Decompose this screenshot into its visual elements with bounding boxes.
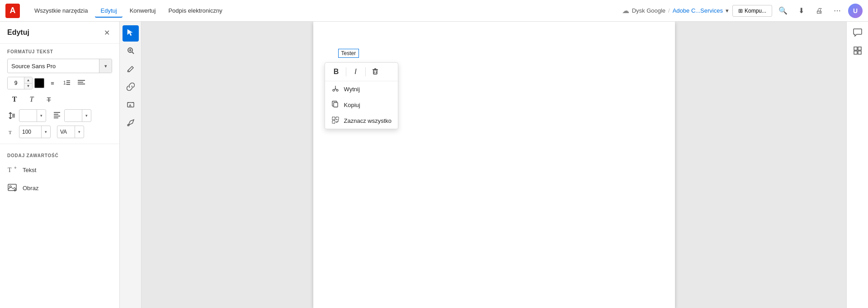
download-icon: ⬇ xyxy=(798,6,804,15)
download-button[interactable]: ⬇ xyxy=(794,4,808,18)
panel-header: Edytuj ✕ xyxy=(0,22,119,44)
print-button[interactable]: 🖨 xyxy=(812,4,826,18)
line-spacing-arrow[interactable]: ▾ xyxy=(37,110,46,121)
cut-item[interactable]: Wytnij xyxy=(325,81,398,97)
paragraph-spacing-arrow[interactable]: ▾ xyxy=(82,110,91,121)
italic-serif-button[interactable]: T xyxy=(24,93,39,106)
svg-rect-47 xyxy=(334,103,338,107)
more-icon: ⋯ xyxy=(834,6,841,15)
computer-button[interactable]: ⊞ Kompu... xyxy=(732,5,772,17)
scissors-icon xyxy=(331,85,340,93)
user-avatar[interactable]: U xyxy=(848,4,863,18)
size-down-arrow[interactable]: ▼ xyxy=(24,84,32,89)
char-spacing-dropdown[interactable]: 100 ▾ xyxy=(19,126,51,138)
topnav: A Wszystkie narzędzia Edytuj Konwertuj P… xyxy=(0,0,868,22)
svg-line-27 xyxy=(132,52,134,54)
numbered-list-icon: 1. xyxy=(63,79,71,88)
ctx-separator-2 xyxy=(365,67,366,76)
breadcrumb-dropdown-icon[interactable]: ▾ xyxy=(726,7,729,14)
svg-text:T: T xyxy=(9,130,12,135)
panel-close-button[interactable]: ✕ xyxy=(101,27,112,38)
align-icon xyxy=(78,79,85,87)
size-up-arrow[interactable]: ▲ xyxy=(24,77,32,84)
print-icon: 🖨 xyxy=(816,7,823,15)
char-spacing-arrow[interactable]: ▾ xyxy=(41,126,50,138)
italic-button[interactable]: I xyxy=(349,65,363,78)
add-text-icon: T + xyxy=(7,164,18,175)
breadcrumb-cloud: Dysk Google xyxy=(632,7,665,14)
svg-rect-53 xyxy=(854,51,857,54)
paragraph-spacing-icon xyxy=(52,109,61,122)
zoom-tool-button[interactable] xyxy=(123,43,139,60)
link-tool-button[interactable] xyxy=(123,79,139,96)
annotate-tool-button[interactable] xyxy=(123,61,139,78)
svg-text:A: A xyxy=(129,103,132,107)
line-spacing-dropdown[interactable]: ▾ xyxy=(19,109,46,122)
nav-esign[interactable]: Podpis elektroniczny xyxy=(163,4,227,18)
zoom-icon xyxy=(127,47,135,56)
line-spacing-icon xyxy=(7,109,16,122)
panel-divider xyxy=(0,144,119,144)
breadcrumb-separator: / xyxy=(668,7,670,14)
serif-text-button[interactable]: T xyxy=(7,93,22,106)
bold-button[interactable]: B xyxy=(330,65,343,78)
vertical-align-arrow[interactable]: ▾ xyxy=(75,126,84,138)
select-tool-button[interactable] xyxy=(123,25,139,42)
comments-button[interactable] xyxy=(849,25,866,42)
panel-title: Edytuj xyxy=(7,28,29,37)
svg-rect-48 xyxy=(332,117,335,120)
strikethrough-button[interactable]: T xyxy=(42,93,56,106)
svg-rect-52 xyxy=(858,47,861,50)
grid-button[interactable] xyxy=(849,43,866,60)
app-logo: A xyxy=(5,4,20,18)
svg-point-42 xyxy=(333,89,335,91)
align-button[interactable] xyxy=(75,77,88,89)
textbox-tool-button[interactable]: A xyxy=(123,98,139,114)
add-image-label: Obraz xyxy=(23,185,38,191)
svg-rect-54 xyxy=(858,51,861,54)
canvas-text-element[interactable]: Tester xyxy=(338,49,359,58)
color-swatch[interactable] xyxy=(34,78,44,88)
line-spacing-row: ▾ ▾ xyxy=(0,107,119,124)
svg-rect-49 xyxy=(336,117,339,120)
numbered-list-button[interactable]: 1. xyxy=(61,77,73,89)
svg-rect-37 xyxy=(373,70,377,74)
select-all-label: Zaznacz wszystko xyxy=(344,117,392,124)
delete-button[interactable] xyxy=(368,65,382,78)
search-icon: 🔍 xyxy=(778,6,788,15)
nav-all-tools[interactable]: Wszystkie narzędzia xyxy=(29,4,93,18)
add-image-item[interactable]: Obraz xyxy=(0,179,119,197)
search-button[interactable]: 🔍 xyxy=(776,4,790,18)
font-size-input[interactable]: 9 xyxy=(8,77,24,89)
add-text-label: Tekst xyxy=(23,167,36,173)
canvas-area[interactable]: Tester B I xyxy=(142,22,846,308)
comments-icon xyxy=(853,28,862,39)
breadcrumb-service[interactable]: Adobe C...Services xyxy=(673,7,723,14)
page-canvas: Tester B I xyxy=(313,22,675,308)
size-color-row: 9 ▲ ▼ ≡ 1. xyxy=(0,75,119,91)
font-selector[interactable]: Source Sans Pro ▾ xyxy=(7,59,112,73)
format-section-label: FORMATUJ TEKST xyxy=(0,44,119,57)
cloud-icon: ☁ xyxy=(622,6,629,15)
copy-item[interactable]: Kopiuj xyxy=(325,97,398,113)
add-text-item[interactable]: T + Tekst xyxy=(0,161,119,179)
svg-line-45 xyxy=(335,89,336,90)
font-size-control[interactable]: 9 ▲ ▼ xyxy=(7,77,33,89)
select-icon xyxy=(127,28,135,38)
context-menu: B I xyxy=(325,62,398,129)
copy-icon xyxy=(331,101,340,109)
textbox-icon: A xyxy=(127,101,135,111)
select-all-icon xyxy=(331,117,340,125)
select-all-item[interactable]: Zaznacz wszystko xyxy=(325,113,398,129)
more-button[interactable]: ⋯ xyxy=(830,4,844,18)
redact-tool-button[interactable] xyxy=(123,116,139,132)
bullet-list-button[interactable]: ≡ xyxy=(46,77,59,89)
nav-convert[interactable]: Konwertuj xyxy=(124,4,161,18)
paragraph-spacing-dropdown[interactable]: ▾ xyxy=(64,109,91,122)
nav-edit[interactable]: Edytuj xyxy=(95,4,122,18)
pencil-icon xyxy=(127,65,135,75)
font-dropdown-arrow[interactable]: ▾ xyxy=(99,59,112,73)
svg-text:+: + xyxy=(14,165,17,170)
vertical-align-dropdown[interactable]: VA ▾ xyxy=(57,126,84,138)
main-layout: Edytuj ✕ FORMATUJ TEKST Source Sans Pro … xyxy=(0,22,868,308)
